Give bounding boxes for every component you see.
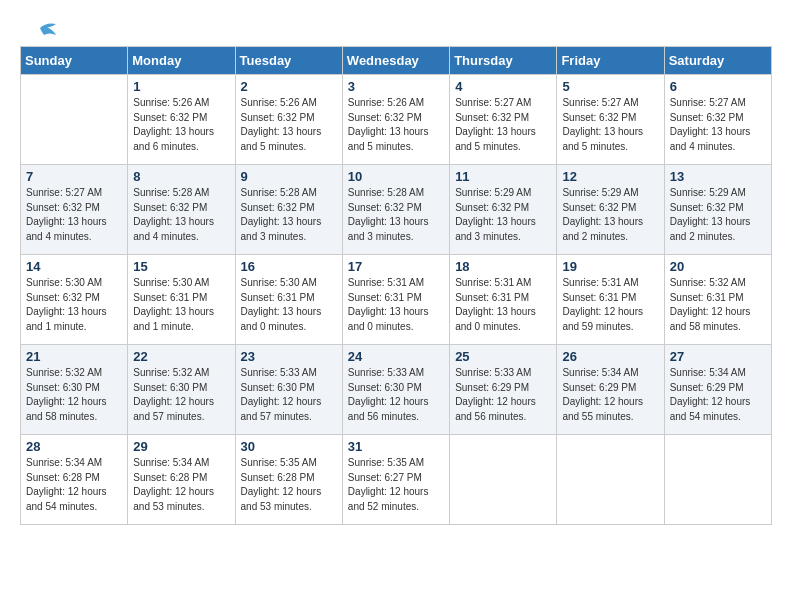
- day-of-week-header: Wednesday: [342, 47, 449, 75]
- day-info: Sunrise: 5:34 AMSunset: 6:28 PMDaylight:…: [26, 456, 122, 514]
- day-number: 31: [348, 439, 444, 454]
- calendar-cell: 5Sunrise: 5:27 AMSunset: 6:32 PMDaylight…: [557, 75, 664, 165]
- calendar-week-row: 28Sunrise: 5:34 AMSunset: 6:28 PMDayligh…: [21, 435, 772, 525]
- day-number: 30: [241, 439, 337, 454]
- calendar-cell: 30Sunrise: 5:35 AMSunset: 6:28 PMDayligh…: [235, 435, 342, 525]
- day-info: Sunrise: 5:28 AMSunset: 6:32 PMDaylight:…: [133, 186, 229, 244]
- day-info: Sunrise: 5:27 AMSunset: 6:32 PMDaylight:…: [670, 96, 766, 154]
- calendar-cell: 20Sunrise: 5:32 AMSunset: 6:31 PMDayligh…: [664, 255, 771, 345]
- calendar-cell: 12Sunrise: 5:29 AMSunset: 6:32 PMDayligh…: [557, 165, 664, 255]
- day-info: Sunrise: 5:33 AMSunset: 6:30 PMDaylight:…: [348, 366, 444, 424]
- calendar-cell: 16Sunrise: 5:30 AMSunset: 6:31 PMDayligh…: [235, 255, 342, 345]
- day-info: Sunrise: 5:35 AMSunset: 6:27 PMDaylight:…: [348, 456, 444, 514]
- day-number: 10: [348, 169, 444, 184]
- calendar-week-row: 7Sunrise: 5:27 AMSunset: 6:32 PMDaylight…: [21, 165, 772, 255]
- day-info: Sunrise: 5:32 AMSunset: 6:30 PMDaylight:…: [133, 366, 229, 424]
- day-number: 20: [670, 259, 766, 274]
- day-info: Sunrise: 5:32 AMSunset: 6:30 PMDaylight:…: [26, 366, 122, 424]
- day-number: 13: [670, 169, 766, 184]
- day-number: 5: [562, 79, 658, 94]
- calendar-cell: 4Sunrise: 5:27 AMSunset: 6:32 PMDaylight…: [450, 75, 557, 165]
- day-of-week-header: Tuesday: [235, 47, 342, 75]
- day-of-week-header: Monday: [128, 47, 235, 75]
- day-of-week-header: Sunday: [21, 47, 128, 75]
- calendar-cell: 23Sunrise: 5:33 AMSunset: 6:30 PMDayligh…: [235, 345, 342, 435]
- calendar-week-row: 21Sunrise: 5:32 AMSunset: 6:30 PMDayligh…: [21, 345, 772, 435]
- day-number: 22: [133, 349, 229, 364]
- day-of-week-header: Friday: [557, 47, 664, 75]
- day-number: 19: [562, 259, 658, 274]
- day-number: 16: [241, 259, 337, 274]
- calendar-cell: 11Sunrise: 5:29 AMSunset: 6:32 PMDayligh…: [450, 165, 557, 255]
- day-info: Sunrise: 5:32 AMSunset: 6:31 PMDaylight:…: [670, 276, 766, 334]
- day-number: 18: [455, 259, 551, 274]
- day-info: Sunrise: 5:33 AMSunset: 6:29 PMDaylight:…: [455, 366, 551, 424]
- day-number: 1: [133, 79, 229, 94]
- day-number: 6: [670, 79, 766, 94]
- bird-icon: [20, 20, 60, 44]
- day-number: 28: [26, 439, 122, 454]
- day-info: Sunrise: 5:33 AMSunset: 6:30 PMDaylight:…: [241, 366, 337, 424]
- day-info: Sunrise: 5:28 AMSunset: 6:32 PMDaylight:…: [348, 186, 444, 244]
- day-info: Sunrise: 5:29 AMSunset: 6:32 PMDaylight:…: [670, 186, 766, 244]
- day-info: Sunrise: 5:26 AMSunset: 6:32 PMDaylight:…: [348, 96, 444, 154]
- day-number: 15: [133, 259, 229, 274]
- day-info: Sunrise: 5:31 AMSunset: 6:31 PMDaylight:…: [455, 276, 551, 334]
- calendar-cell: 31Sunrise: 5:35 AMSunset: 6:27 PMDayligh…: [342, 435, 449, 525]
- calendar-cell: 9Sunrise: 5:28 AMSunset: 6:32 PMDaylight…: [235, 165, 342, 255]
- day-of-week-header: Thursday: [450, 47, 557, 75]
- day-info: Sunrise: 5:27 AMSunset: 6:32 PMDaylight:…: [26, 186, 122, 244]
- day-number: 2: [241, 79, 337, 94]
- calendar-cell: 17Sunrise: 5:31 AMSunset: 6:31 PMDayligh…: [342, 255, 449, 345]
- day-info: Sunrise: 5:27 AMSunset: 6:32 PMDaylight:…: [562, 96, 658, 154]
- day-number: 9: [241, 169, 337, 184]
- day-info: Sunrise: 5:30 AMSunset: 6:32 PMDaylight:…: [26, 276, 122, 334]
- day-number: 29: [133, 439, 229, 454]
- day-number: 26: [562, 349, 658, 364]
- calendar-cell: 14Sunrise: 5:30 AMSunset: 6:32 PMDayligh…: [21, 255, 128, 345]
- day-number: 7: [26, 169, 122, 184]
- day-info: Sunrise: 5:27 AMSunset: 6:32 PMDaylight:…: [455, 96, 551, 154]
- calendar-cell: 18Sunrise: 5:31 AMSunset: 6:31 PMDayligh…: [450, 255, 557, 345]
- calendar-table: SundayMondayTuesdayWednesdayThursdayFrid…: [20, 46, 772, 525]
- calendar-week-row: 1Sunrise: 5:26 AMSunset: 6:32 PMDaylight…: [21, 75, 772, 165]
- calendar-cell: 6Sunrise: 5:27 AMSunset: 6:32 PMDaylight…: [664, 75, 771, 165]
- day-info: Sunrise: 5:28 AMSunset: 6:32 PMDaylight:…: [241, 186, 337, 244]
- calendar-cell: 13Sunrise: 5:29 AMSunset: 6:32 PMDayligh…: [664, 165, 771, 255]
- calendar-week-row: 14Sunrise: 5:30 AMSunset: 6:32 PMDayligh…: [21, 255, 772, 345]
- calendar-cell: [557, 435, 664, 525]
- day-info: Sunrise: 5:31 AMSunset: 6:31 PMDaylight:…: [348, 276, 444, 334]
- calendar-cell: 10Sunrise: 5:28 AMSunset: 6:32 PMDayligh…: [342, 165, 449, 255]
- day-info: Sunrise: 5:34 AMSunset: 6:29 PMDaylight:…: [562, 366, 658, 424]
- day-number: 14: [26, 259, 122, 274]
- calendar-cell: 28Sunrise: 5:34 AMSunset: 6:28 PMDayligh…: [21, 435, 128, 525]
- calendar-cell: 7Sunrise: 5:27 AMSunset: 6:32 PMDaylight…: [21, 165, 128, 255]
- day-info: Sunrise: 5:35 AMSunset: 6:28 PMDaylight:…: [241, 456, 337, 514]
- day-number: 25: [455, 349, 551, 364]
- calendar-cell: 3Sunrise: 5:26 AMSunset: 6:32 PMDaylight…: [342, 75, 449, 165]
- logo-full: [20, 20, 64, 40]
- calendar-cell: 29Sunrise: 5:34 AMSunset: 6:28 PMDayligh…: [128, 435, 235, 525]
- day-number: 27: [670, 349, 766, 364]
- day-number: 17: [348, 259, 444, 274]
- day-info: Sunrise: 5:29 AMSunset: 6:32 PMDaylight:…: [562, 186, 658, 244]
- day-info: Sunrise: 5:31 AMSunset: 6:31 PMDaylight:…: [562, 276, 658, 334]
- day-info: Sunrise: 5:26 AMSunset: 6:32 PMDaylight:…: [241, 96, 337, 154]
- day-number: 3: [348, 79, 444, 94]
- calendar-cell: 8Sunrise: 5:28 AMSunset: 6:32 PMDaylight…: [128, 165, 235, 255]
- day-number: 21: [26, 349, 122, 364]
- page-header: General Blue: [20, 20, 772, 40]
- day-number: 12: [562, 169, 658, 184]
- calendar-cell: 26Sunrise: 5:34 AMSunset: 6:29 PMDayligh…: [557, 345, 664, 435]
- calendar-cell: 27Sunrise: 5:34 AMSunset: 6:29 PMDayligh…: [664, 345, 771, 435]
- calendar-cell: [664, 435, 771, 525]
- day-info: Sunrise: 5:30 AMSunset: 6:31 PMDaylight:…: [133, 276, 229, 334]
- calendar-header-row: SundayMondayTuesdayWednesdayThursdayFrid…: [21, 47, 772, 75]
- calendar-cell: 25Sunrise: 5:33 AMSunset: 6:29 PMDayligh…: [450, 345, 557, 435]
- calendar-cell: [450, 435, 557, 525]
- day-info: Sunrise: 5:30 AMSunset: 6:31 PMDaylight:…: [241, 276, 337, 334]
- calendar-cell: 22Sunrise: 5:32 AMSunset: 6:30 PMDayligh…: [128, 345, 235, 435]
- calendar-cell: 15Sunrise: 5:30 AMSunset: 6:31 PMDayligh…: [128, 255, 235, 345]
- day-number: 23: [241, 349, 337, 364]
- calendar-cell: 1Sunrise: 5:26 AMSunset: 6:32 PMDaylight…: [128, 75, 235, 165]
